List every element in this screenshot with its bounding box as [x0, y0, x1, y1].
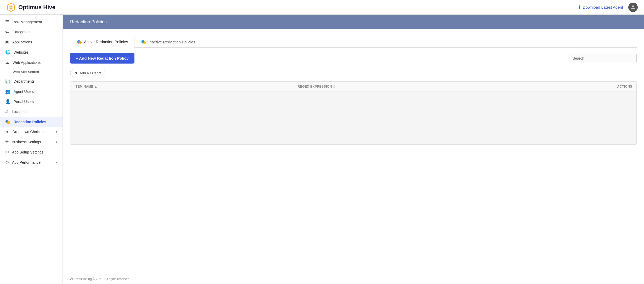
app-performance-icon: ⚙ — [5, 160, 9, 165]
column-label: REGEX EXPRESSION — [298, 85, 332, 88]
column-header-regex-expression[interactable]: REGEX EXPRESSION ⇅ — [298, 85, 521, 88]
business-settings-icon: ✚ — [5, 139, 9, 144]
column-label: ITEM NAME — [75, 85, 93, 88]
tab-label: Inactive Redaction Policies — [148, 40, 195, 44]
add-filter-button[interactable]: ▼ Add a Filter ▾ — [70, 69, 105, 77]
web-applications-icon: ☁ — [5, 60, 9, 65]
categories-icon: 🏷 — [5, 30, 9, 34]
sidebar-item-web-applications[interactable]: ☁ Web Applications — [0, 57, 63, 67]
content-area: Redaction Policies 🎭 Active Redaction Po… — [63, 15, 644, 284]
footer-text: AI Transitioning © 2021. All rights rese… — [70, 277, 130, 281]
sidebar-item-websites[interactable]: 🌐 Websites — [0, 47, 63, 57]
sidebar-item-task-management[interactable]: ☰ Task Management — [0, 17, 63, 27]
add-new-redaction-policy-button[interactable]: + Add New Redaction Policy — [70, 53, 134, 64]
toolbar-row: + Add New Redaction Policy — [70, 53, 637, 64]
websites-icon: 🌐 — [5, 50, 10, 55]
portal-users-icon: 👤 — [5, 99, 10, 104]
brand-name: Optimus Hive — [18, 4, 55, 11]
content-body: 🎭 Active Redaction Policies 🎭 Inactive R… — [63, 29, 644, 274]
chevron-down-icon: ▾ — [56, 161, 57, 164]
sidebar-item-web-site-search[interactable]: Web Site Search — [0, 67, 63, 76]
filter-row: ▼ Add a Filter ▾ — [70, 69, 637, 77]
filter-chevron-icon: ▾ — [99, 71, 101, 75]
sidebar-item-label: Portal Users — [14, 100, 57, 104]
sidebar-item-departments[interactable]: 📊 Departments — [0, 76, 63, 86]
tab-inactive-redaction-policies[interactable]: 🎭 Inactive Redaction Policies — [134, 36, 202, 48]
search-input[interactable] — [569, 54, 637, 63]
top-navbar: ⬡ Optimus Hive ⬇ Download Latest Agent — [0, 0, 644, 15]
sidebar-item-label: Dropdown Choices — [13, 130, 53, 134]
sidebar-item-applications[interactable]: ▣ Applications — [0, 37, 63, 47]
table-empty-state — [70, 92, 636, 144]
tab-label: Active Redaction Policies — [84, 39, 128, 44]
applications-icon: ▣ — [5, 39, 9, 44]
redaction-policies-icon: 🎭 — [5, 119, 10, 124]
sidebar-item-label: Locations — [12, 110, 57, 114]
sidebar-item-label: App Setup Settings — [12, 150, 57, 154]
sidebar-item-label: Task Management — [12, 20, 57, 24]
tabs-container: 🎭 Active Redaction Policies 🎭 Inactive R… — [70, 36, 637, 48]
inactive-tab-icon: 🎭 — [141, 39, 146, 44]
sort-asc-icon: ▲ — [94, 85, 97, 88]
sidebar-item-app-performance[interactable]: ⚙ App Performance ▾ — [0, 157, 63, 167]
page-footer: AI Transitioning © 2021. All rights rese… — [63, 274, 644, 284]
sidebar-item-label: Categories — [13, 30, 57, 34]
dropdown-choices-icon: ▼ — [5, 129, 9, 134]
svg-point-3 — [632, 5, 634, 7]
app-setup-settings-icon: ⚙ — [5, 150, 9, 155]
sidebar-item-label: Applications — [12, 40, 57, 44]
agent-users-icon: 👥 — [5, 89, 10, 94]
svg-text:⬡: ⬡ — [10, 6, 13, 9]
sidebar: ☰ Task Management 🏷 Categories ▣ Applica… — [0, 15, 63, 284]
filter-button-label: Add a Filter — [80, 71, 98, 75]
sidebar-item-label: App Performance — [12, 160, 53, 164]
sidebar-item-label: Agent Users — [14, 89, 57, 94]
column-label: ACTIONS — [617, 85, 632, 88]
nav-right: ⬇ Download Latest Agent — [577, 3, 638, 12]
user-avatar[interactable] — [628, 3, 638, 12]
sidebar-item-categories[interactable]: 🏷 Categories — [0, 27, 63, 37]
column-header-actions: ACTIONS — [521, 85, 632, 88]
task-management-icon: ☰ — [5, 19, 9, 24]
sidebar-item-label: Web Applications — [13, 60, 57, 65]
page-header: Redaction Policies — [63, 15, 644, 29]
filter-icon: ▼ — [75, 71, 78, 75]
tab-active-redaction-policies[interactable]: 🎭 Active Redaction Policies — [70, 36, 134, 48]
sidebar-item-label: Business Settings — [12, 140, 53, 144]
download-label: Download Latest Agent — [583, 5, 623, 9]
sidebar-item-label: Websites — [14, 50, 57, 54]
departments-icon: 📊 — [5, 79, 10, 84]
download-icon: ⬇ — [577, 4, 581, 10]
page-title: Redaction Policies — [70, 19, 107, 24]
sidebar-item-business-settings[interactable]: ✚ Business Settings ▾ — [0, 137, 63, 147]
sidebar-item-app-setup-settings[interactable]: ⚙ App Setup Settings — [0, 147, 63, 157]
sidebar-item-label: Departments — [14, 79, 57, 83]
chevron-down-icon: ▾ — [56, 130, 57, 134]
sidebar-item-dropdown-choices[interactable]: ▼ Dropdown Choices ▾ — [0, 127, 63, 137]
sidebar-item-label: Web Site Search — [13, 70, 39, 74]
table-container: ITEM NAME ▲ REGEX EXPRESSION ⇅ ACTIONS — [70, 81, 637, 145]
sidebar-item-agent-users[interactable]: 👥 Agent Users — [0, 86, 63, 96]
column-header-item-name[interactable]: ITEM NAME ▲ — [75, 85, 298, 88]
brand-logo-icon: ⬡ — [6, 3, 16, 12]
sidebar-item-redaction-policies[interactable]: 🎭 Redaction Policies — [0, 117, 63, 127]
brand: ⬡ Optimus Hive — [6, 3, 55, 12]
download-agent-link[interactable]: ⬇ Download Latest Agent — [577, 4, 623, 10]
table-header: ITEM NAME ▲ REGEX EXPRESSION ⇅ ACTIONS — [70, 82, 636, 92]
sidebar-item-portal-users[interactable]: 👤 Portal Users — [0, 96, 63, 107]
chevron-down-icon: ▾ — [56, 140, 57, 144]
main-layout: ☰ Task Management 🏷 Categories ▣ Applica… — [0, 15, 644, 284]
sidebar-item-locations[interactable]: ⇄ Locations — [0, 107, 63, 117]
sort-dual-icon: ⇅ — [333, 85, 336, 88]
sidebar-item-label: Redaction Policies — [14, 120, 57, 124]
active-tab-icon: 🎭 — [77, 39, 82, 44]
locations-icon: ⇄ — [5, 109, 9, 114]
add-button-label: + Add New Redaction Policy — [76, 56, 129, 60]
